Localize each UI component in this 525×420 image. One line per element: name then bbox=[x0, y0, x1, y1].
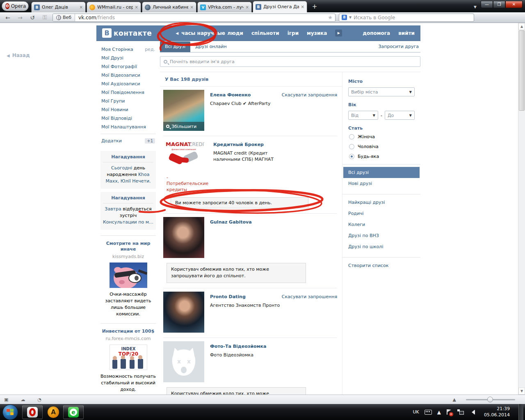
ad-title[interactable]: Смотрите на мир иначе bbox=[100, 241, 156, 253]
close-button[interactable]: ✕ bbox=[505, 1, 523, 8]
gender-option-any[interactable]: Будь-яка bbox=[349, 154, 415, 159]
back-button-icon[interactable]: ← bbox=[3, 14, 12, 21]
sidebar-edit-link[interactable]: ред. bbox=[145, 47, 155, 52]
tab-close-icon[interactable]: × bbox=[301, 5, 304, 9]
nav-expand-icon[interactable]: ▶ bbox=[335, 30, 342, 37]
scroll-down-icon[interactable]: ▼ bbox=[518, 388, 525, 395]
friend-photo[interactable]: Збільшити bbox=[163, 90, 204, 131]
page-back-link[interactable]: ◀Назад bbox=[7, 52, 30, 58]
taskbar-aimp-button[interactable]: A bbox=[48, 406, 59, 418]
cancel-invite-link[interactable]: Скасувати запрошення bbox=[282, 90, 337, 131]
new-tab-button[interactable]: + bbox=[310, 3, 320, 11]
list-school-friends[interactable]: Друзі по школі bbox=[343, 241, 420, 252]
url-field[interactable]: Веб vk.com/friends ★ bbox=[52, 14, 336, 22]
friend-photo[interactable]: MAGNAT CREDIT финансовая компания bbox=[163, 139, 204, 172]
list-relatives[interactable]: Родичі bbox=[343, 208, 420, 219]
tab-close-icon[interactable]: × bbox=[135, 5, 138, 9]
browser-tab-1[interactable]: B Олег Даців × bbox=[31, 2, 86, 12]
browser-tab-3[interactable]: Личный кабинет - Ис... × bbox=[142, 2, 196, 12]
nav-logout[interactable]: вийти bbox=[398, 30, 415, 36]
tab-close-icon[interactable]: × bbox=[80, 5, 83, 9]
zoom-slider-track[interactable] bbox=[466, 399, 515, 400]
sidebar-item-my-groups[interactable]: Мої Групи bbox=[100, 97, 156, 105]
radio-icon[interactable] bbox=[349, 144, 354, 149]
language-indicator[interactable]: UK bbox=[413, 409, 419, 415]
tab-friends-online[interactable]: Друзі онлайн bbox=[190, 41, 232, 52]
ad-block-1[interactable]: Смотрите на мир иначе kissmyads.biz bbox=[100, 235, 156, 317]
zoom-slider-knob[interactable] bbox=[487, 397, 493, 402]
forward-button-icon[interactable]: → bbox=[16, 14, 25, 21]
gender-option-female[interactable]: Жіноча bbox=[349, 134, 415, 139]
reload-button-icon[interactable]: ↺ bbox=[28, 14, 37, 21]
friend-photo-placeholder[interactable]: x x bbox=[163, 341, 204, 382]
vk-header-search[interactable]: ◀ часы наручные bbox=[176, 30, 225, 36]
network-icon[interactable] bbox=[457, 409, 464, 415]
list-best-friends[interactable]: Найкращі друзі bbox=[343, 197, 420, 208]
restore-button[interactable]: ❐ bbox=[493, 1, 505, 8]
minimize-button[interactable]: — bbox=[481, 1, 493, 8]
start-button[interactable] bbox=[2, 404, 18, 420]
reminder-link[interactable]: Сьогодні bbox=[111, 165, 132, 171]
browser-tab-4[interactable]: V VPrka.com - лучшая б... × bbox=[197, 2, 252, 12]
sidebar-item-my-videos[interactable]: Мої Відеозаписи bbox=[100, 71, 156, 80]
nav-games[interactable]: ігри bbox=[288, 30, 299, 36]
sidebar-item-my-audio[interactable]: Мої Аудіозаписи bbox=[100, 80, 156, 88]
friend-photo[interactable] bbox=[163, 217, 204, 258]
sidebar-item-my-settings[interactable]: Мої Налаштування bbox=[100, 123, 156, 131]
reminder-link[interactable]: Консультации по м… bbox=[103, 219, 153, 225]
bookmark-star-icon[interactable]: ★ bbox=[328, 14, 335, 21]
friend-name-link[interactable]: Pronto Dating bbox=[210, 294, 282, 299]
ad-block-2[interactable]: Инвестиции от 100$ ru.forex-mmcis.com IN… bbox=[100, 323, 156, 393]
list-university-friends[interactable]: Друзі по ВНЗ bbox=[343, 230, 420, 241]
browser-tab-2[interactable]: WMmail.ru - сервис п... × bbox=[87, 2, 141, 12]
tab-close-icon[interactable]: × bbox=[246, 5, 249, 9]
list-colleagues[interactable]: Колеги bbox=[343, 219, 420, 230]
friend-search-input[interactable]: Почніть вводити ім'я друга bbox=[160, 56, 420, 67]
action-center-flag-icon[interactable]: ✕ bbox=[446, 409, 452, 415]
sidebar-item-my-messages[interactable]: Мої Повідомлення bbox=[100, 88, 156, 97]
radio-icon[interactable] bbox=[349, 134, 354, 139]
sidebar-item-my-friends[interactable]: Мої Друзі bbox=[100, 54, 156, 62]
ad-image-pig[interactable] bbox=[110, 262, 147, 288]
ad-image-index-top20[interactable]: INDEX TOP/20 bbox=[110, 345, 147, 370]
sidebar-item-apps[interactable]: Додатки +1 bbox=[100, 137, 156, 148]
nav-people[interactable]: люди bbox=[227, 30, 243, 36]
tab-list-dropdown-icon[interactable]: ▼ bbox=[471, 2, 479, 12]
photo-zoom-overlay[interactable]: Збільшити bbox=[163, 122, 204, 131]
sidebar-item-my-news[interactable]: Мої Новини bbox=[100, 105, 156, 114]
age-from-select[interactable]: Від ▼ bbox=[348, 111, 378, 120]
friend-name-link[interactable]: Gulnaz Gabitova bbox=[210, 219, 337, 225]
nav-communities[interactable]: спільноти bbox=[251, 30, 279, 36]
list-all-friends[interactable]: Всі друзі bbox=[343, 167, 420, 178]
friend-name-link[interactable]: Кредитный Брокер bbox=[213, 142, 337, 147]
cancel-invite-link[interactable]: Скасувати запрошення bbox=[282, 292, 337, 333]
url-text[interactable]: vk.com/friends bbox=[75, 15, 328, 21]
nav-help[interactable]: допомога bbox=[363, 30, 390, 36]
friend-photo[interactable] bbox=[163, 292, 204, 333]
scroll-up-icon[interactable]: ▲ bbox=[518, 23, 525, 30]
fit-width-icon[interactable]: ▲ bbox=[453, 397, 456, 402]
key-icon[interactable]: ⚿ bbox=[40, 14, 49, 21]
vk-logo[interactable]: В контакте bbox=[102, 28, 152, 38]
ad-title[interactable]: Инвестиции от 100$ bbox=[100, 329, 156, 335]
city-select[interactable]: Вибір міста ▼ bbox=[348, 87, 415, 96]
create-list-link[interactable]: Створити список bbox=[343, 260, 420, 271]
unite-cloud-icon[interactable]: ☁ bbox=[21, 397, 25, 402]
browser-tab-active[interactable]: B Друзі Олега Даціва | 1... × bbox=[253, 1, 307, 12]
volume-icon[interactable] bbox=[469, 410, 475, 415]
list-new-friends[interactable]: Нові друзі bbox=[343, 178, 420, 189]
nav-music[interactable]: музика bbox=[307, 30, 327, 36]
sidebar-item-my-page[interactable]: Моя Сторінка ред. bbox=[100, 45, 156, 54]
sidebar-item-my-replies[interactable]: Мої Відповіді bbox=[100, 114, 156, 123]
invite-friend-link[interactable]: Запросити друга bbox=[377, 41, 420, 52]
scrollbar-thumb[interactable] bbox=[519, 30, 525, 111]
browser-search-field[interactable]: 8 ▼ Искать в Google bbox=[339, 14, 474, 22]
hidden-icons-chevron[interactable]: ▲ bbox=[437, 409, 441, 415]
search-engine-dropdown-icon[interactable]: ▼ bbox=[349, 16, 352, 19]
taskbar-eset-button[interactable]: e bbox=[63, 405, 84, 419]
opera-menu-button[interactable]: O Opera bbox=[2, 1, 29, 11]
keyboard-icon[interactable] bbox=[425, 410, 432, 415]
page-scrollbar[interactable]: ▲ ▼ bbox=[518, 23, 525, 395]
panels-icon[interactable]: ▣ bbox=[4, 397, 8, 402]
turbo-gauge-icon[interactable]: ◔ bbox=[37, 397, 41, 402]
